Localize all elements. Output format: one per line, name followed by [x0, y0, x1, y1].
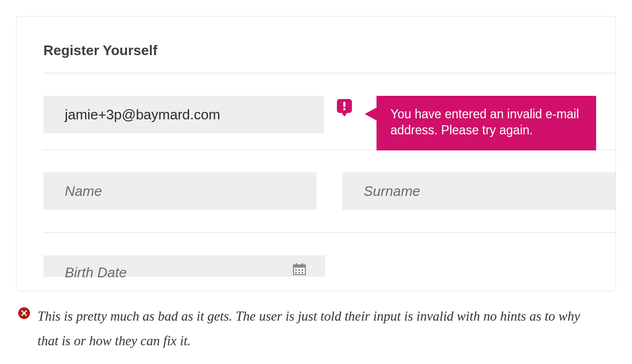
birthdate-row: Birth Date: [43, 233, 615, 277]
svg-rect-8: [302, 269, 303, 271]
form-screenshot-card: Register Yourself jamie+3p@baymard.com Y…: [16, 16, 616, 291]
name-placeholder: Name: [65, 183, 102, 200]
svg-rect-1: [343, 108, 345, 110]
name-field[interactable]: Name: [43, 172, 317, 210]
surname-field[interactable]: Surname: [342, 172, 615, 210]
surname-placeholder: Surname: [364, 183, 420, 200]
email-field[interactable]: jamie+3p@baymard.com: [43, 96, 324, 133]
error-message: You have entered an invalid e-mail addre…: [390, 107, 579, 137]
svg-rect-11: [302, 272, 303, 274]
error-badge-icon: [337, 99, 352, 113]
calendar-icon[interactable]: [293, 262, 306, 279]
email-row: jamie+3p@baymard.com You have entered an…: [43, 73, 615, 149]
error-tooltip: You have entered an invalid e-mail addre…: [377, 96, 596, 150]
svg-rect-5: [302, 263, 303, 266]
svg-rect-9: [295, 272, 297, 274]
svg-rect-3: [294, 265, 305, 268]
email-value: jamie+3p@baymard.com: [65, 107, 220, 123]
svg-rect-0: [343, 102, 345, 107]
svg-rect-10: [298, 272, 300, 274]
caption-row: This is pretty much as bad as it gets. T…: [18, 304, 616, 354]
birthdate-field[interactable]: Birth Date: [43, 255, 325, 277]
svg-rect-7: [298, 269, 300, 271]
name-row: Name Surname: [43, 150, 615, 232]
caption-text: This is pretty much as bad as it gets. T…: [37, 304, 595, 354]
birthdate-placeholder: Birth Date: [65, 264, 127, 281]
svg-rect-4: [296, 263, 297, 266]
form-heading: Register Yourself: [43, 42, 615, 59]
svg-rect-6: [295, 269, 297, 271]
error-x-icon: [18, 307, 30, 319]
